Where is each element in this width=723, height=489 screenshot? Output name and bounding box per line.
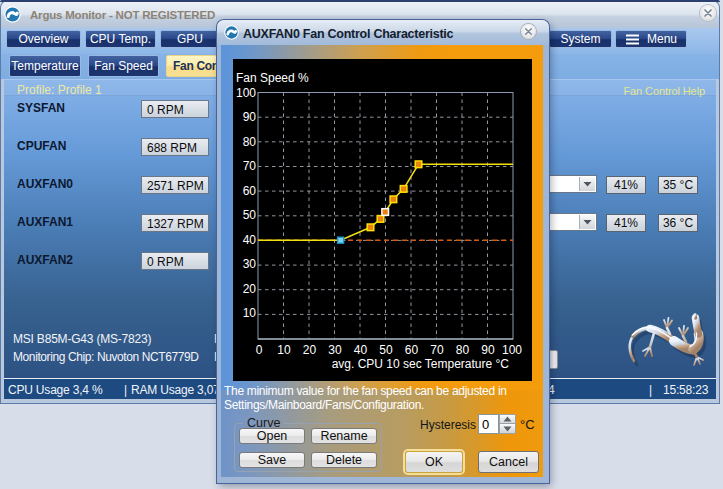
- svg-text:avg. CPU 10 sec Temperature °C: avg. CPU 10 sec Temperature °C: [332, 357, 510, 371]
- svg-text:20: 20: [243, 282, 257, 296]
- svg-text:50: 50: [243, 208, 257, 222]
- svg-text:20: 20: [303, 343, 317, 357]
- svg-text:70: 70: [243, 159, 257, 173]
- svg-text:10: 10: [243, 306, 257, 320]
- svg-text:40: 40: [243, 233, 257, 247]
- svg-text:100: 100: [236, 86, 256, 100]
- svg-text:80: 80: [243, 135, 257, 149]
- svg-text:70: 70: [430, 343, 444, 357]
- svg-text:10: 10: [277, 343, 291, 357]
- svg-text:60: 60: [405, 343, 419, 357]
- svg-text:90: 90: [481, 343, 495, 357]
- svg-text:30: 30: [328, 343, 342, 357]
- svg-text:80: 80: [456, 343, 470, 357]
- svg-text:40: 40: [354, 343, 368, 357]
- svg-text:60: 60: [243, 184, 257, 198]
- svg-text:30: 30: [243, 257, 257, 271]
- svg-text:Fan Speed %: Fan Speed %: [236, 71, 309, 85]
- svg-text:50: 50: [379, 343, 393, 357]
- svg-text:100: 100: [502, 343, 522, 357]
- svg-text:90: 90: [243, 110, 257, 124]
- svg-text:0: 0: [256, 343, 263, 357]
